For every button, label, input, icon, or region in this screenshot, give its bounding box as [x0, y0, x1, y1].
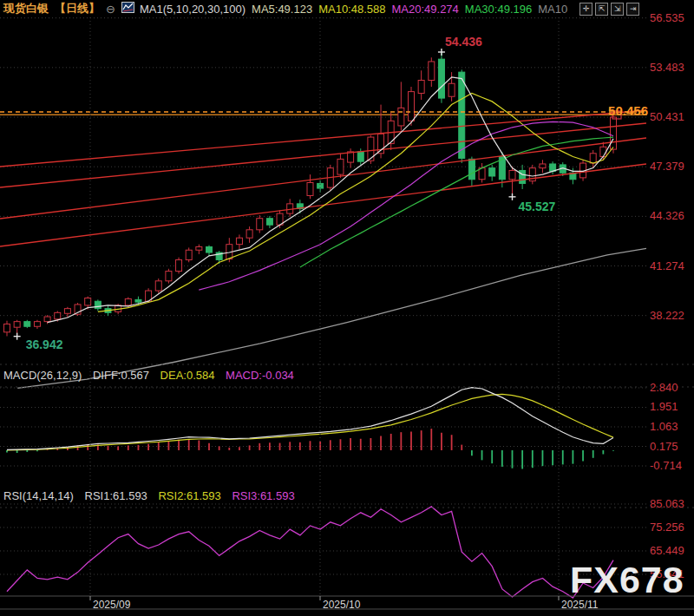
macd-diff-value: DIFF:0.567 — [93, 369, 149, 382]
axis-tick-label: 50.431 — [650, 110, 684, 123]
axis-tick-label: 47.379 — [650, 160, 684, 173]
macd-hist-value: MACD:-0.034 — [226, 369, 294, 382]
macd-title: MACD(26,12,9) — [3, 369, 82, 382]
axis-tick-label: 0.175 — [650, 440, 678, 453]
axis-tick-label: 56.535 — [650, 11, 684, 24]
axis-tick-label: 1.951 — [650, 400, 678, 413]
price-chart-canvas[interactable]: 54.43645.52736.94250.456 — [0, 0, 694, 616]
axis-tick-label: 1.063 — [650, 420, 678, 433]
axis-tick-label: 75.256 — [650, 521, 684, 534]
axis-tick-label: 2.840 — [650, 381, 678, 394]
rsi-panel-header: RSI(14,14,14) RSI1:61.593 RSI2:61.593 RS… — [3, 489, 303, 502]
svg-text:45.527: 45.527 — [519, 200, 556, 213]
rsi3-value: RSI3:61.593 — [232, 489, 294, 502]
trading-app-window: 现货白银 【日线】 ⊖ MA1(5,10,20,30,100) MA5:49.1… — [0, 0, 694, 616]
axis-tick-label: 38.222 — [650, 309, 684, 322]
rsi2-value: RSI2:61.593 — [158, 489, 220, 502]
axis-tick-label: 44.326 — [650, 209, 684, 222]
axis-tick-label: 41.274 — [650, 259, 684, 272]
watermark: FX678 — [570, 559, 684, 601]
svg-text:36.942: 36.942 — [26, 337, 63, 351]
macd-dea-value: DEA:0.584 — [160, 369, 215, 382]
macd-panel-header: MACD(26,12,9) DIFF:0.567 DEA:0.584 MACD:… — [3, 369, 302, 382]
axis-tick-label: -0.714 — [650, 459, 682, 472]
rsi1-value: RSI1:61.593 — [85, 489, 147, 502]
axis-tick-label: 85.063 — [650, 497, 684, 510]
rsi-title: RSI(14,14,14) — [3, 489, 74, 502]
svg-text:54.436: 54.436 — [445, 35, 482, 49]
date-label: 2025/09 — [93, 599, 130, 611]
axis-tick-label: 53.483 — [650, 61, 684, 74]
axis-tick-label: 65.449 — [650, 544, 684, 557]
date-label: 2025/10 — [323, 599, 360, 611]
svg-text:50.456: 50.456 — [608, 103, 648, 118]
